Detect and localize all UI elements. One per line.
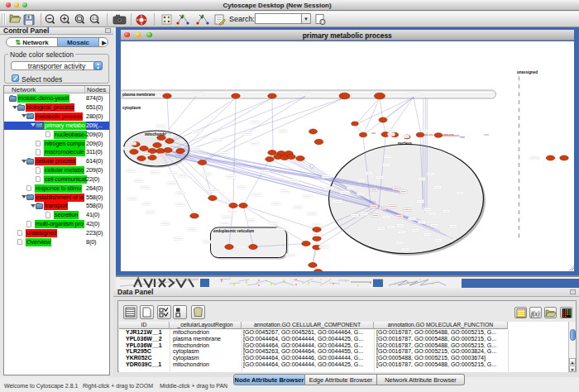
svg-text:aaa aaa aaa: aaa aaa aaa xyxy=(423,132,438,136)
svg-text:plasma membrane: plasma membrane xyxy=(122,93,156,97)
svg-text:nnn nnn: nnn nnn xyxy=(443,132,454,136)
svg-text:f(x): f(x) xyxy=(531,310,540,318)
svg-text:aaa: aaa xyxy=(371,131,376,134)
svg-text:unassigned: unassigned xyxy=(517,69,538,74)
svg-text:cytoplasm: cytoplasm xyxy=(122,105,141,109)
svg-text:endoplasmic reticulum: endoplasmic reticulum xyxy=(213,229,254,233)
svg-text:1:1: 1:1 xyxy=(92,17,98,21)
svg-text:nnn: nnn xyxy=(460,135,465,138)
svg-text:nnn: nnn xyxy=(484,132,489,136)
svg-text:nucleus: nucleus xyxy=(398,141,413,146)
